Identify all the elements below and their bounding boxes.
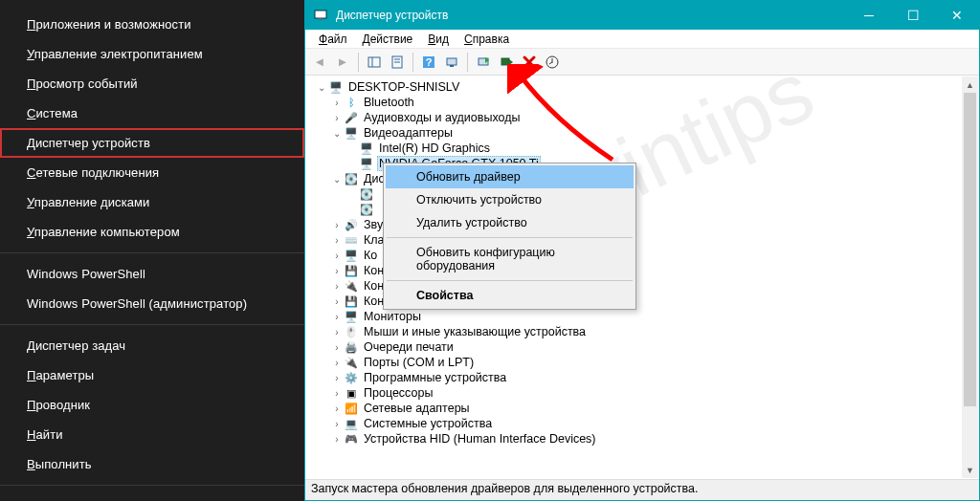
menu-events[interactable]: Просмотр событий	[0, 69, 304, 98]
update-driver-button[interactable]	[473, 52, 494, 73]
menu-search[interactable]: Найти	[0, 420, 304, 449]
status-bar: Запуск мастера обновления драйверов для …	[305, 479, 979, 500]
system-icon: 💻	[344, 416, 359, 431]
expand-icon[interactable]: ›	[330, 342, 344, 353]
menu-file[interactable]: Файл	[311, 31, 355, 48]
winx-menu: Приложения и возможности Управление элек…	[0, 0, 304, 501]
expand-icon[interactable]: ›	[330, 419, 344, 429]
svg-rect-9	[447, 58, 457, 65]
legacy-button[interactable]	[542, 52, 563, 73]
enable-button[interactable]	[496, 52, 517, 73]
expand-icon[interactable]: ›	[330, 235, 344, 246]
menu-disks[interactable]: Управление дисками	[0, 187, 304, 217]
back-button[interactable]: ◄	[309, 52, 330, 73]
titlebar[interactable]: Диспетчер устройств ─ ☐ ✕	[305, 1, 979, 30]
gpu-icon: 🖥️	[359, 141, 374, 156]
expand-icon[interactable]: ›	[330, 113, 344, 123]
tree-mouse[interactable]: Мыши и иные указывающие устройства	[362, 325, 588, 338]
menu-network[interactable]: Сетевые подключения	[0, 158, 304, 187]
menu-powershell-admin[interactable]: Windows PowerShell (администратор)	[0, 289, 304, 318]
show-hide-tree-button[interactable]	[364, 52, 385, 73]
close-button[interactable]: ✕	[935, 1, 979, 30]
monitor-icon: 🖥️	[344, 309, 359, 324]
properties-button[interactable]	[387, 52, 408, 73]
menu-apps[interactable]: Приложения и возможности	[0, 10, 304, 39]
ctx-properties[interactable]: Свойства	[386, 284, 634, 307]
separator	[387, 280, 633, 281]
port-icon: 🔌	[344, 355, 359, 370]
scroll-up-button[interactable]: ▲	[962, 76, 978, 93]
collapse-icon[interactable]: ⌄	[330, 174, 344, 185]
tree-software[interactable]: Программные устройства	[362, 371, 508, 384]
menu-manage[interactable]: Управление компьютером	[0, 217, 304, 247]
svg-text:?: ?	[426, 56, 433, 68]
collapse-icon[interactable]: ⌄	[330, 128, 344, 139]
scroll-down-button[interactable]: ▼	[962, 462, 978, 478]
separator	[467, 53, 468, 72]
expand-icon[interactable]: ›	[330, 327, 344, 338]
expand-icon[interactable]: ›	[330, 403, 344, 414]
tree-audio[interactable]: Аудиовходы и аудиовыходы	[362, 111, 522, 124]
help-button[interactable]: ?	[418, 52, 439, 73]
audio-icon: 🎤	[344, 110, 359, 125]
tree-root[interactable]: DESKTOP-SHNISLV	[346, 80, 461, 94]
scroll-track[interactable]	[962, 93, 978, 462]
menu-settings[interactable]: Параметры	[0, 360, 304, 390]
expand-icon[interactable]: ›	[330, 373, 344, 383]
menu-view[interactable]: Вид	[420, 31, 457, 48]
minimize-button[interactable]: ─	[847, 1, 891, 30]
scroll-thumb[interactable]	[964, 93, 976, 406]
expand-icon[interactable]: ›	[330, 434, 344, 445]
tree-monitors[interactable]: Мониторы	[362, 310, 423, 323]
ide-icon: 💾	[344, 263, 359, 278]
expand-icon[interactable]: ›	[330, 388, 344, 399]
menu-powershell[interactable]: Windows PowerShell	[0, 259, 304, 289]
forward-button[interactable]: ►	[332, 52, 353, 73]
expand-icon[interactable]: ›	[330, 98, 344, 108]
ctx-uninstall-device[interactable]: Удалить устройство	[386, 211, 634, 234]
tree-cpu[interactable]: Процессоры	[362, 386, 434, 400]
scan-button[interactable]	[441, 52, 462, 73]
keyboard-icon: ⌨️	[344, 232, 359, 248]
menu-action[interactable]: Действие	[355, 31, 421, 48]
menu-system[interactable]: Система	[0, 98, 304, 128]
tree-intel-gpu[interactable]: Intel(R) HD Graphics	[377, 142, 492, 155]
tree-print[interactable]: Очереди печати	[362, 340, 456, 354]
separator	[0, 324, 304, 325]
expand-icon[interactable]: ›	[330, 220, 344, 230]
tree-network[interactable]: Сетевые адаптеры	[362, 402, 472, 415]
tree-ports[interactable]: Порты (COM и LPT)	[362, 356, 476, 369]
menu-taskmgr[interactable]: Диспетчер задач	[0, 331, 304, 360]
expand-icon[interactable]: ›	[330, 250, 344, 261]
menu-run[interactable]: Выполнить	[0, 449, 304, 479]
tree-computer-cat[interactable]: Кo	[362, 249, 379, 262]
expand-icon[interactable]: ›	[330, 296, 344, 307]
menu-help[interactable]: Справка	[457, 31, 517, 48]
expand-icon[interactable]: ›	[330, 358, 344, 368]
menu-device-manager[interactable]: Диспетчер устройств	[0, 128, 304, 158]
disk-icon: 💽	[359, 186, 374, 202]
vertical-scrollbar[interactable]: ▲ ▼	[962, 76, 978, 478]
separator	[358, 53, 359, 72]
menu-explorer[interactable]: Проводник	[0, 390, 304, 420]
expand-icon[interactable]: ›	[330, 281, 344, 292]
menu-power[interactable]: Управление электропитанием	[0, 39, 304, 69]
context-menu: Обновить драйвер Отключить устройство Уд…	[383, 163, 636, 310]
separator	[0, 485, 304, 486]
tree-hid[interactable]: Устройства HID (Human Interface Devices)	[362, 432, 598, 446]
menu-shutdown[interactable]: Завершение работы или выход из системы	[0, 491, 304, 501]
mouse-icon: 🖱️	[344, 324, 359, 339]
tree-video[interactable]: Видеоадаптеры	[362, 126, 455, 140]
maximize-button[interactable]: ☐	[891, 1, 935, 30]
collapse-icon[interactable]: ⌄	[315, 82, 328, 93]
ctx-scan-hardware[interactable]: Обновить конфигурацию оборудования	[386, 241, 634, 277]
tree-bluetooth[interactable]: Bluetooth	[362, 96, 416, 109]
expand-icon[interactable]: ›	[330, 266, 344, 276]
ctx-disable-device[interactable]: Отключить устройство	[386, 188, 634, 211]
uninstall-button[interactable]	[519, 52, 540, 73]
svg-rect-10	[450, 65, 454, 67]
tree-system[interactable]: Системные устройства	[362, 417, 494, 430]
expand-icon[interactable]: ›	[330, 312, 344, 322]
tree-sound[interactable]: Зву	[362, 218, 385, 231]
ctx-update-driver[interactable]: Обновить драйвер	[386, 165, 634, 188]
